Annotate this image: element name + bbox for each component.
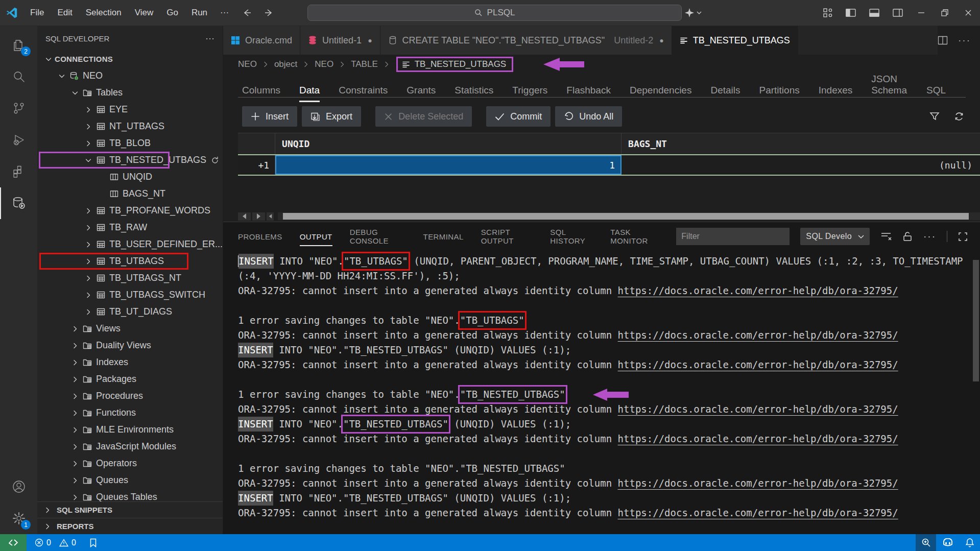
- tab-data[interactable]: Data: [299, 85, 320, 102]
- tree-item-unqid[interactable]: UNQID: [37, 169, 223, 185]
- unlock-icon[interactable]: [902, 231, 913, 242]
- tab-dependencies[interactable]: Dependencies: [630, 85, 691, 102]
- activity-sql-developer[interactable]: [0, 187, 37, 219]
- error-help-link[interactable]: https://docs.oracle.com/error-help/db/or…: [618, 402, 898, 417]
- tree-item-connections[interactable]: CONNECTIONS: [37, 51, 223, 67]
- menu-go[interactable]: Go: [160, 0, 185, 26]
- tab-details[interactable]: Details: [710, 85, 740, 102]
- chevron-right-icon[interactable]: [82, 139, 94, 148]
- toggle-sidebar-right-icon[interactable]: [886, 8, 910, 18]
- tab-flashback[interactable]: Flashback: [566, 85, 611, 102]
- toggle-panel-icon[interactable]: [863, 8, 886, 18]
- nav-back-icon[interactable]: [242, 8, 252, 18]
- tree-item-views[interactable]: Views: [37, 320, 223, 337]
- tree-item-functions[interactable]: Functions: [37, 404, 223, 421]
- bell-icon[interactable]: [960, 538, 980, 547]
- chevron-right-icon[interactable]: [69, 358, 81, 367]
- tree-item-tb-raw[interactable]: TB_RAW: [37, 219, 223, 236]
- tree-item-eye[interactable]: EYE: [37, 101, 223, 118]
- scrollbar-track[interactable]: [278, 212, 980, 220]
- menu-edit[interactable]: Edit: [51, 0, 79, 26]
- cell-bags-nt[interactable]: (null): [622, 155, 980, 175]
- tree-item-tb-ut-diags[interactable]: TB_UT_DIAGS: [37, 303, 223, 320]
- error-help-link[interactable]: https://docs.oracle.com/error-help/db/or…: [618, 283, 898, 298]
- refresh-icon[interactable]: [953, 111, 965, 122]
- scroll-left-icon[interactable]: [238, 212, 251, 221]
- export-button[interactable]: Export: [302, 106, 361, 127]
- chevron-right-icon[interactable]: [82, 224, 94, 232]
- minimize-button[interactable]: [910, 0, 933, 26]
- tree-item-javascript-modules[interactable]: JavaScript Modules: [37, 438, 223, 455]
- activity-extensions[interactable]: [0, 156, 37, 187]
- filter-funnel-icon[interactable]: [929, 111, 940, 122]
- activity-source-control[interactable]: [0, 92, 37, 124]
- chevron-right-icon[interactable]: [82, 207, 94, 215]
- breadcrumb-current[interactable]: TB_NESTED_UTBAGS: [396, 57, 514, 72]
- tree-item-tb-user-defined-er-[interactable]: TB_USER_DEFINED_ER...: [37, 236, 223, 253]
- editor-tab-create-table-neo-tb-nested-utb[interactable]: CREATE TABLE "NEO"."TB_NESTED_UTBAGS"Unt…: [380, 26, 672, 55]
- menu-file[interactable]: File: [23, 0, 51, 26]
- error-help-link[interactable]: https://docs.oracle.com/error-help/db/or…: [618, 506, 898, 520]
- chevron-right-icon[interactable]: [69, 392, 81, 400]
- tree-item-operators[interactable]: Operators: [37, 455, 223, 472]
- chevron-right-icon[interactable]: [69, 460, 81, 468]
- tree-item-tb-blob[interactable]: TB_BLOB: [37, 135, 223, 152]
- error-help-link[interactable]: https://docs.oracle.com/error-help/db/or…: [618, 328, 898, 343]
- close-button[interactable]: [957, 0, 980, 26]
- tree-item-duality-views[interactable]: Duality Views: [37, 337, 223, 354]
- chevron-right-icon[interactable]: [82, 106, 94, 114]
- copilot-sparkle-icon[interactable]: [684, 8, 702, 18]
- scroll-right-icon[interactable]: [252, 212, 265, 221]
- tree-item-tb-profane-words[interactable]: TB_PROFANE_WORDS: [37, 202, 223, 219]
- menu-run[interactable]: Run: [185, 0, 214, 26]
- tree-item-procedures[interactable]: Procedures: [37, 388, 223, 404]
- activity-search[interactable]: [0, 61, 37, 92]
- chevron-right-icon[interactable]: [82, 291, 94, 299]
- error-help-link[interactable]: https://docs.oracle.com/error-help/db/or…: [618, 357, 898, 372]
- activity-run-debug[interactable]: [0, 124, 37, 156]
- bookmark-icon[interactable]: [89, 538, 97, 547]
- panel-overflow-icon[interactable]: ···: [923, 231, 936, 242]
- panel-tab-problems[interactable]: PROBLEMS: [238, 229, 282, 244]
- tree-item-bags-nt[interactable]: BAGS_NT: [37, 185, 223, 202]
- editor-tab-oracle-cmd[interactable]: Oracle.cmd: [223, 26, 300, 55]
- breadcrumb-item-neo[interactable]: NEO: [315, 59, 333, 69]
- error-help-link[interactable]: https://docs.oracle.com/error-help/db/or…: [618, 476, 898, 491]
- copilot-icon[interactable]: [936, 538, 960, 547]
- chevron-down-icon[interactable]: [56, 72, 68, 80]
- chevron-right-icon[interactable]: [82, 274, 94, 282]
- remote-indicator[interactable]: [0, 534, 27, 551]
- breadcrumb-item-object[interactable]: object: [274, 59, 297, 69]
- chevron-right-icon[interactable]: [69, 426, 81, 434]
- panel-tab-terminal[interactable]: TERMINAL: [423, 229, 464, 244]
- tab-sql[interactable]: SQL: [926, 85, 946, 102]
- layout-customize-icon[interactable]: [817, 8, 839, 18]
- undo-all-button[interactable]: Undo All: [555, 106, 622, 127]
- output-console[interactable]: INSERT INTO "NEO"."TB_UTBAGS" (UNQID, PA…: [223, 251, 980, 534]
- breadcrumb-item-neo[interactable]: NEO: [238, 59, 257, 69]
- tree-item-packages[interactable]: Packages: [37, 371, 223, 388]
- tab-statistics[interactable]: Statistics: [455, 85, 493, 102]
- menu-view[interactable]: View: [128, 0, 160, 26]
- output-channel-select[interactable]: SQL Develo: [800, 228, 870, 245]
- row-number-cell[interactable]: +1: [238, 155, 275, 175]
- clear-output-icon[interactable]: [880, 231, 892, 242]
- tab-constraints[interactable]: Constraints: [339, 85, 388, 102]
- tree-item-indexes[interactable]: Indexes: [37, 354, 223, 371]
- chevron-right-icon[interactable]: [69, 342, 81, 350]
- commit-button[interactable]: Commit: [486, 106, 551, 127]
- error-help-link[interactable]: https://docs.oracle.com/error-help/db/or…: [618, 432, 898, 446]
- toggle-sidebar-left-icon[interactable]: [839, 8, 863, 18]
- menu-selection[interactable]: Selection: [79, 0, 128, 26]
- problems-status[interactable]: 0 0: [35, 538, 76, 547]
- tab-columns[interactable]: Columns: [242, 85, 280, 102]
- chevron-down-icon[interactable]: [82, 156, 94, 164]
- modified-dot-icon[interactable]: ●: [368, 36, 372, 44]
- tab-grants[interactable]: Grants: [407, 85, 436, 102]
- tab-indexes[interactable]: Indexes: [819, 85, 853, 102]
- tree-item-tb-utbags[interactable]: TB_UTBAGS: [37, 253, 223, 270]
- chevron-right-icon[interactable]: [69, 375, 81, 384]
- menu-overflow[interactable]: ···: [214, 8, 235, 18]
- tab-json-schema[interactable]: JSON Schema: [871, 74, 907, 102]
- chevron-right-icon[interactable]: [69, 443, 81, 451]
